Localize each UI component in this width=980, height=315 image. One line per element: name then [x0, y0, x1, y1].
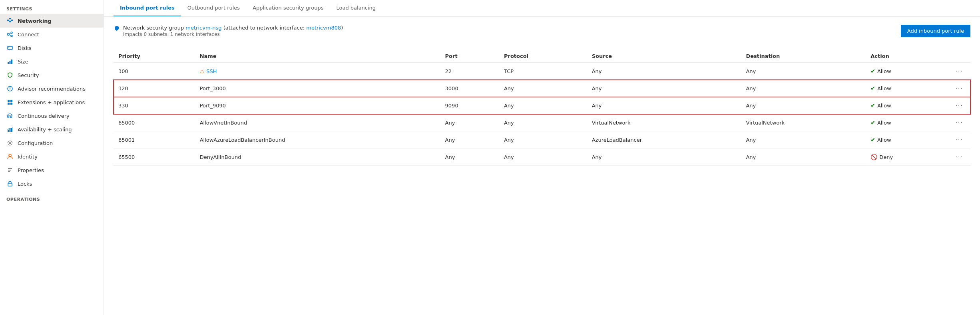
svg-line-10 [10, 33, 11, 34]
nsg-link[interactable]: metricvm-nsg [185, 25, 221, 31]
nic-link[interactable]: metricvm808 [306, 25, 341, 31]
table-row[interactable]: 65000AllowVnetInBoundAnyAnyVirtualNetwor… [114, 114, 970, 131]
tab-loadbalancing[interactable]: Load balancing [330, 0, 382, 16]
cell-priority: 65500 [114, 149, 195, 166]
disk-icon [6, 44, 14, 52]
more-options-button[interactable]: ··· [953, 153, 966, 161]
svg-rect-3 [9, 21, 11, 22]
cell-destination: Any [741, 63, 866, 80]
cell-more: ··· [948, 114, 970, 131]
cell-destination: Any [741, 80, 866, 97]
sidebar-security-label: Security [18, 72, 39, 78]
rule-name: AllowVnetInBound [200, 120, 247, 126]
tab-appgroups[interactable]: Application security groups [246, 0, 330, 16]
sidebar: Settings Networking Connect Disks Size S… [0, 0, 104, 315]
tab-inbound[interactable]: Inbound port rules [114, 0, 181, 16]
size-icon [6, 58, 14, 65]
more-options-button[interactable]: ··· [953, 101, 966, 110]
sidebar-item-identity[interactable]: Identity [0, 150, 104, 163]
table-row[interactable]: 320Port_30003000AnyAnyAny✔Allow··· [114, 80, 970, 97]
svg-line-11 [10, 35, 11, 36]
more-options-button[interactable]: ··· [953, 135, 966, 144]
col-more [948, 50, 970, 63]
cell-source: Any [587, 63, 741, 80]
sidebar-item-availability[interactable]: Availability + scaling [0, 123, 104, 136]
svg-point-19 [10, 89, 10, 90]
sidebar-item-advisor[interactable]: Advisor recommendations [0, 82, 104, 95]
sidebar-item-size[interactable]: Size [0, 55, 104, 68]
shield-icon [114, 25, 120, 33]
col-action: Action [866, 50, 948, 63]
table-row[interactable]: 330Port_90909090AnyAnyAny✔Allow··· [114, 97, 970, 114]
cell-action: ✔Allow [866, 63, 948, 80]
extensions-icon [6, 99, 14, 106]
add-inbound-rule-button[interactable]: Add inbound port rule [901, 25, 970, 37]
cell-source: Any [587, 80, 741, 97]
table-row[interactable]: 300⚠SSH22TCPAnyAny✔Allow··· [114, 63, 970, 80]
col-source: Source [587, 50, 741, 63]
svg-point-7 [8, 34, 10, 36]
sidebar-item-extensions[interactable]: Extensions + applications [0, 95, 104, 109]
sidebar-size-label: Size [18, 59, 28, 65]
action-label: Allow [877, 137, 891, 143]
cell-name: DenyAllInBound [195, 149, 440, 166]
cell-priority: 65000 [114, 114, 195, 131]
sidebar-properties-label: Properties [18, 167, 44, 173]
sidebar-availability-label: Availability + scaling [18, 127, 72, 133]
cell-more: ··· [948, 63, 970, 80]
svg-rect-23 [10, 103, 12, 105]
cell-name: Port_3000 [195, 80, 440, 97]
delivery-icon [6, 112, 14, 119]
sidebar-locks-label: Locks [18, 181, 32, 187]
cell-more: ··· [948, 149, 970, 166]
operations-section-title: Operations [0, 190, 104, 204]
table-row[interactable]: 65001AllowAzureLoadBalancerInBoundAnyAny… [114, 131, 970, 149]
svg-rect-0 [7, 20, 9, 21]
cell-port: Any [440, 149, 499, 166]
settings-section-title: Settings [0, 0, 104, 14]
sidebar-item-networking[interactable]: Networking [0, 14, 104, 28]
sidebar-item-continuous[interactable]: Continuous delivery [0, 109, 104, 123]
cell-priority: 300 [114, 63, 195, 80]
warning-icon: ⚠ [200, 68, 205, 74]
cell-action: ✔Allow [866, 97, 948, 114]
sidebar-item-locks[interactable]: Locks [0, 177, 104, 190]
sidebar-connect-label: Connect [18, 32, 39, 38]
cell-protocol: Any [499, 131, 587, 149]
lock-icon [6, 180, 14, 187]
sidebar-item-configuration[interactable]: Configuration [0, 136, 104, 150]
svg-line-6 [10, 21, 12, 21]
svg-rect-22 [8, 103, 10, 105]
cell-source: VirtualNetwork [587, 114, 741, 131]
table-row[interactable]: 65500DenyAllInBoundAnyAnyAnyAny🚫Deny··· [114, 149, 970, 166]
more-options-button[interactable]: ··· [953, 84, 966, 93]
network-icon [6, 17, 14, 24]
sidebar-item-security[interactable]: Security [0, 68, 104, 82]
sidebar-disks-label: Disks [18, 45, 32, 51]
cell-action: ✔Allow [866, 80, 948, 97]
svg-rect-2 [11, 20, 13, 21]
rule-name: DenyAllInBound [200, 154, 241, 160]
cell-protocol: Any [499, 97, 587, 114]
sidebar-networking-label: Networking [18, 18, 52, 24]
security-icon [6, 71, 14, 79]
col-protocol: Protocol [499, 50, 587, 63]
sidebar-item-properties[interactable]: Properties [0, 163, 104, 177]
more-options-button[interactable]: ··· [953, 118, 966, 127]
cell-source: Any [587, 149, 741, 166]
more-options-button[interactable]: ··· [953, 67, 966, 75]
cell-port: Any [440, 131, 499, 149]
cell-destination: Any [741, 149, 866, 166]
config-icon [6, 139, 14, 147]
tab-outbound[interactable]: Outbound port rules [181, 0, 246, 16]
col-name: Name [195, 50, 440, 63]
nsg-text-line: Network security group metricvm-nsg (att… [123, 25, 343, 31]
sidebar-item-connect[interactable]: Connect [0, 28, 104, 41]
action-label: Allow [877, 85, 891, 91]
allow-icon: ✔ [870, 137, 875, 143]
rule-name-link[interactable]: SSH [206, 68, 217, 74]
cell-destination: Any [741, 131, 866, 149]
sidebar-item-disks[interactable]: Disks [0, 41, 104, 55]
svg-point-24 [8, 116, 9, 118]
cell-protocol: TCP [499, 63, 587, 80]
